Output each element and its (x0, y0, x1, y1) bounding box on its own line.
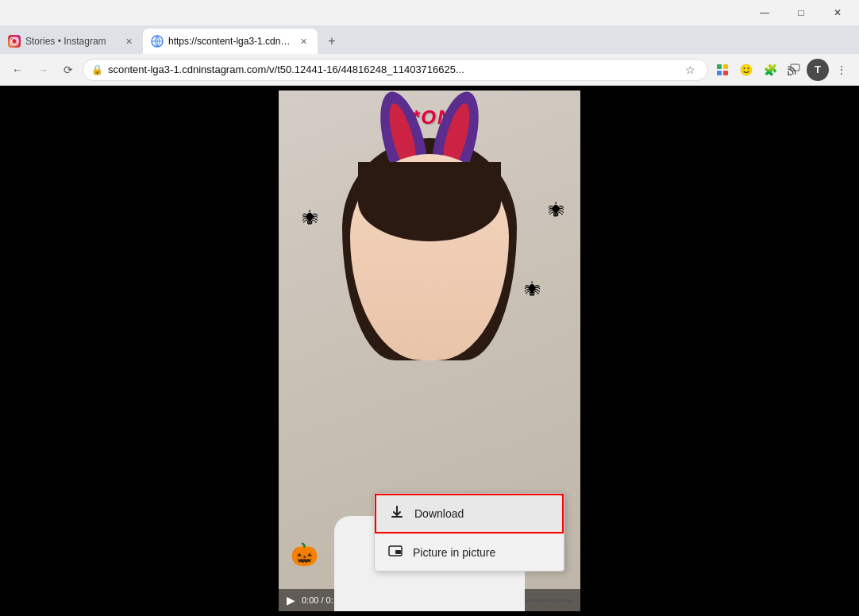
download-icon (389, 505, 405, 522)
pip-icon (387, 544, 403, 561)
toolbar-icons: 🧩 T ⋮ (711, 59, 853, 81)
download-menu-item[interactable]: Download (375, 494, 564, 533)
maximize-button[interactable]: □ (783, 0, 819, 25)
reload-button[interactable]: ⟳ (57, 59, 79, 81)
tab-cdn[interactable]: https://scontent-lga3-1.cdninsta... ✕ (143, 29, 318, 54)
cdn-favicon (151, 35, 164, 48)
halloween-character: 🎃 (291, 541, 318, 568)
more-menu-button[interactable]: ⋮ (830, 59, 853, 81)
back-button[interactable]: ← (6, 59, 29, 81)
svg-rect-9 (717, 71, 722, 75)
lock-icon: 🔒 (91, 64, 103, 75)
svg-point-12 (744, 67, 745, 69)
profile-button[interactable]: T (807, 59, 829, 81)
address-text: scontent-lga3-1.cdninstagram.com/v/t50.1… (108, 64, 676, 75)
bookmark-star-icon[interactable]: ☆ (680, 60, 699, 79)
minimize-button[interactable]: — (746, 0, 783, 25)
extensions-grid-button[interactable] (711, 59, 734, 81)
pip-label: Picture in picture (413, 546, 495, 559)
forward-button[interactable]: → (32, 59, 54, 81)
main-content: 🕷 🕷 🕷 🕷 IZ*ONE 🎃 (0, 86, 859, 616)
new-tab-button[interactable]: + (321, 30, 343, 52)
tab-cdn-close[interactable]: ✕ (297, 35, 310, 48)
context-menu: Download Picture in picture (374, 493, 564, 572)
tab-instagram-title: Stories • Instagram (25, 36, 117, 47)
address-bar: ← → ⟳ 🔒 scontent-lga3-1.cdninstagram.com… (0, 54, 859, 86)
instagram-favicon (8, 35, 21, 48)
picture-in-picture-menu-item[interactable]: Picture in picture (375, 534, 564, 571)
ear-inner-left (384, 101, 419, 164)
ear-inner-right (441, 101, 476, 164)
svg-point-11 (741, 64, 752, 75)
title-bar: — □ ✕ (0, 0, 859, 25)
download-label: Download (414, 507, 464, 520)
tab-instagram[interactable]: Stories • Instagram ✕ (0, 29, 143, 54)
svg-point-13 (748, 67, 749, 69)
play-button[interactable]: ▶ (287, 594, 295, 606)
svg-rect-16 (395, 550, 401, 554)
svg-rect-7 (717, 64, 722, 69)
spider-3: 🕷 (549, 202, 564, 220)
spider-1: 🕷 (302, 210, 318, 228)
close-button[interactable]: ✕ (819, 0, 856, 25)
svg-rect-8 (723, 64, 728, 69)
tab-instagram-close[interactable]: ✕ (122, 35, 135, 48)
character-hair-overlay (358, 162, 501, 241)
window-controls: — □ ✕ (746, 0, 856, 25)
svg-rect-10 (723, 71, 728, 75)
puzzle-extension-button[interactable]: 🧩 (759, 59, 781, 81)
cast-button[interactable] (783, 59, 805, 81)
spider-4: 🕷 (525, 281, 541, 299)
tab-bar: Stories • Instagram ✕ https://scontent-l… (0, 25, 859, 54)
emoji-extension-button[interactable] (735, 59, 757, 81)
tab-cdn-title: https://scontent-lga3-1.cdninsta... (168, 36, 292, 47)
video-container: 🕷 🕷 🕷 🕷 IZ*ONE 🎃 (279, 90, 580, 611)
address-input-wrap[interactable]: 🔒 scontent-lga3-1.cdninstagram.com/v/t50… (83, 59, 708, 81)
